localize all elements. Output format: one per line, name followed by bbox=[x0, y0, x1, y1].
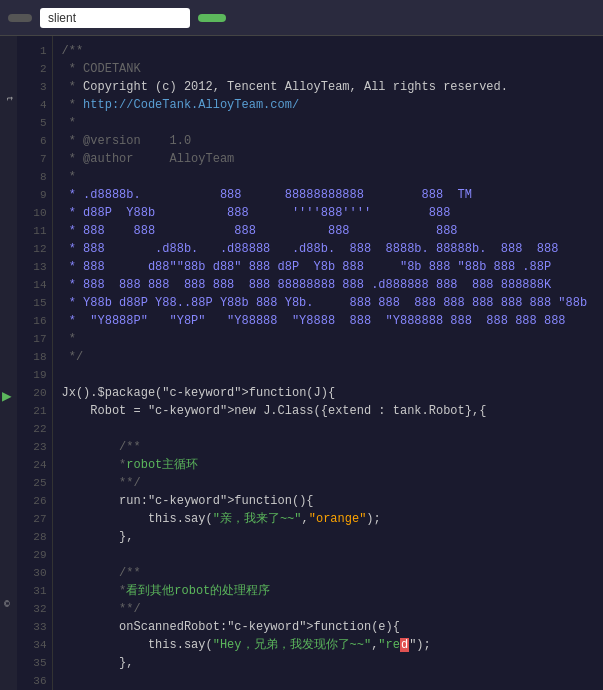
line-number: 33 bbox=[17, 618, 52, 636]
line-number: 10 bbox=[17, 204, 52, 222]
code-line: **/ bbox=[61, 600, 603, 618]
line-number: 27 bbox=[17, 510, 52, 528]
line-number: 1 bbox=[17, 42, 52, 60]
code-line: }, bbox=[61, 528, 603, 546]
line-number: 7 bbox=[17, 150, 52, 168]
line-number: 12 bbox=[17, 240, 52, 258]
code-line: * 888 .d88b. .d88888 .d88b. 888 8888b. 8… bbox=[61, 240, 603, 258]
line-number: 13 bbox=[17, 258, 52, 276]
collect-button[interactable] bbox=[198, 14, 226, 22]
line-number: 18 bbox=[17, 348, 52, 366]
line-number: 35 bbox=[17, 654, 52, 672]
line-number: 29 bbox=[17, 546, 52, 564]
line-number: 25 bbox=[17, 474, 52, 492]
line-number: 6 bbox=[17, 132, 52, 150]
search-input[interactable] bbox=[40, 8, 190, 28]
code-line bbox=[61, 546, 603, 564]
line-number: 9 bbox=[17, 186, 52, 204]
line-number: 2 bbox=[17, 60, 52, 78]
code-line: * bbox=[61, 330, 603, 348]
code-line: this.say("亲，我来了~~","orange"); bbox=[61, 510, 603, 528]
code-line: * Copyright (c) 2012, Tencent AlloyTeam,… bbox=[61, 78, 603, 96]
code-line: * 888 888 888 888 888 888 88888888 888 .… bbox=[61, 276, 603, 294]
line-number: 11 bbox=[17, 222, 52, 240]
code-line bbox=[61, 672, 603, 690]
top-bar bbox=[0, 0, 603, 36]
code-line: * Y88b d88P Y88..88P Y88b 888 Y8b. 888 8… bbox=[61, 294, 603, 312]
line-number: 17 bbox=[17, 330, 52, 348]
code-line: run:"c-keyword">function(){ bbox=[61, 492, 603, 510]
code-line: * .d8888b. 888 88888888888 888 TM bbox=[61, 186, 603, 204]
code-line: *看到其他robot的处理程序 bbox=[61, 582, 603, 600]
line-number: 16 bbox=[17, 312, 52, 330]
code-line: /** bbox=[61, 564, 603, 582]
line-number: 21 bbox=[17, 402, 52, 420]
code-line: * d88P Y88b 888 ''''888'''' 888 bbox=[61, 204, 603, 222]
code-line: * CODETANK bbox=[61, 60, 603, 78]
line-number: 8 bbox=[17, 168, 52, 186]
bottom-label: © bbox=[2, 600, 12, 610]
code-line: Jx().$package("c-keyword">function(J){ bbox=[61, 384, 603, 402]
line-number: 20 bbox=[17, 384, 52, 402]
line-number: 32 bbox=[17, 600, 52, 618]
line-number: 19 bbox=[17, 366, 52, 384]
line-number: 14 bbox=[17, 276, 52, 294]
arrow-right-icon: ▶ bbox=[2, 386, 12, 406]
code-area[interactable]: 1234567891011121314151617181920212223242… bbox=[17, 36, 603, 690]
code-line: *robot主循环 bbox=[61, 456, 603, 474]
side-label: t bbox=[4, 96, 14, 102]
code-line: /** bbox=[61, 438, 603, 456]
code-line bbox=[61, 420, 603, 438]
line-number: 4 bbox=[17, 96, 52, 114]
line-number: 23 bbox=[17, 438, 52, 456]
code-line: * bbox=[61, 114, 603, 132]
code-line: **/ bbox=[61, 474, 603, 492]
left-panel: t ▶ © bbox=[0, 36, 17, 690]
code-line bbox=[61, 366, 603, 384]
code-line: this.say("Hey，兄弟，我发现你了~~","red"); bbox=[61, 636, 603, 654]
code-line: * @version 1.0 bbox=[61, 132, 603, 150]
code-line: * 888 888 888 888 888 bbox=[61, 222, 603, 240]
line-number: 28 bbox=[17, 528, 52, 546]
line-number: 3 bbox=[17, 78, 52, 96]
line-number: 31 bbox=[17, 582, 52, 600]
line-number: 15 bbox=[17, 294, 52, 312]
code-line: onScannedRobot:"c-keyword">function(e){ bbox=[61, 618, 603, 636]
code-line: Robot = "c-keyword">new J.Class({extend … bbox=[61, 402, 603, 420]
back-button[interactable] bbox=[8, 14, 32, 22]
code-line: }, bbox=[61, 654, 603, 672]
line-number: 22 bbox=[17, 420, 52, 438]
code-line: * @author AlloyTeam bbox=[61, 150, 603, 168]
line-number: 36 bbox=[17, 672, 52, 690]
line-number: 34 bbox=[17, 636, 52, 654]
code-line: * "Y8888P" "Y8P" "Y88888 "Y8888 888 "Y88… bbox=[61, 312, 603, 330]
line-number: 24 bbox=[17, 456, 52, 474]
line-number: 5 bbox=[17, 114, 52, 132]
code-line: * http://CodeTank.AlloyTeam.com/ bbox=[61, 96, 603, 114]
code-line: */ bbox=[61, 348, 603, 366]
line-numbers: 1234567891011121314151617181920212223242… bbox=[17, 36, 53, 690]
code-line: * bbox=[61, 168, 603, 186]
line-number: 30 bbox=[17, 564, 52, 582]
line-number: 26 bbox=[17, 492, 52, 510]
code-line: /** bbox=[61, 42, 603, 60]
code-line: * 888 d88""88b d88" 888 d8P Y8b 888 "8b … bbox=[61, 258, 603, 276]
code-content[interactable]: /** * CODETANK * Copyright (c) 2012, Ten… bbox=[53, 36, 603, 690]
